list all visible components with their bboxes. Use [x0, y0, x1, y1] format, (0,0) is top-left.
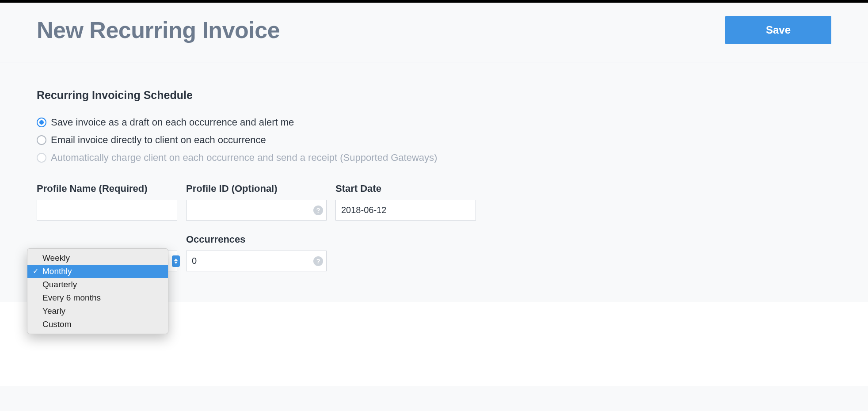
dropdown-option-6months[interactable]: Every 6 months	[27, 291, 168, 304]
help-icon[interactable]: ?	[313, 256, 323, 266]
frequency-dropdown: Weekly Monthly Quarterly Every 6 months …	[27, 248, 168, 334]
field-start-date: Start Date	[335, 183, 476, 221]
field-row-1: Profile Name (Required) Profile ID (Opti…	[37, 183, 831, 221]
field-frequency: Frequency Weekly Monthly Quarterly Every…	[37, 234, 177, 271]
input-occurrences[interactable]	[186, 251, 327, 271]
schedule-radio-group: Save invoice as a draft on each occurren…	[37, 117, 831, 164]
input-profile-id[interactable]	[186, 200, 327, 221]
field-profile-name: Profile Name (Required)	[37, 183, 177, 221]
radio-charge	[37, 153, 46, 163]
dropdown-option-monthly[interactable]: Monthly	[27, 265, 168, 278]
input-start-date[interactable]	[335, 200, 476, 221]
radio-label-email: Email invoice directly to client on each…	[51, 134, 266, 146]
label-profile-id: Profile ID (Optional)	[186, 183, 327, 194]
radio-label-charge: Automatically charge client on each occu…	[51, 152, 437, 164]
chevron-up-down-icon[interactable]	[172, 255, 180, 267]
label-occurrences: Occurrences	[186, 234, 327, 245]
dropdown-option-quarterly[interactable]: Quarterly	[27, 278, 168, 291]
radio-draft[interactable]	[37, 118, 46, 127]
dropdown-option-custom[interactable]: Custom	[27, 318, 168, 331]
dropdown-option-weekly[interactable]: Weekly	[27, 251, 168, 265]
radio-email[interactable]	[37, 135, 46, 145]
radio-row-charge: Automatically charge client on each occu…	[37, 152, 831, 164]
section-title-schedule: Recurring Invoicing Schedule	[37, 89, 831, 102]
field-occurrences: Occurrences ?	[186, 234, 327, 271]
form-content: Recurring Invoicing Schedule Save invoic…	[0, 62, 868, 302]
input-profile-name[interactable]	[37, 200, 177, 221]
help-icon[interactable]: ?	[313, 206, 323, 215]
label-start-date: Start Date	[335, 183, 476, 194]
page-header: New Recurring Invoice Save	[0, 3, 868, 62]
radio-row-email: Email invoice directly to client on each…	[37, 134, 831, 146]
page-title: New Recurring Invoice	[37, 17, 280, 43]
radio-row-draft: Save invoice as a draft on each occurren…	[37, 117, 831, 128]
field-profile-id: Profile ID (Optional) ?	[186, 183, 327, 221]
dropdown-option-yearly[interactable]: Yearly	[27, 304, 168, 318]
radio-label-draft: Save invoice as a draft on each occurren…	[51, 117, 294, 128]
label-profile-name: Profile Name (Required)	[37, 183, 177, 194]
field-row-2: Frequency Weekly Monthly Quarterly Every…	[37, 234, 831, 271]
save-button[interactable]: Save	[725, 16, 831, 44]
